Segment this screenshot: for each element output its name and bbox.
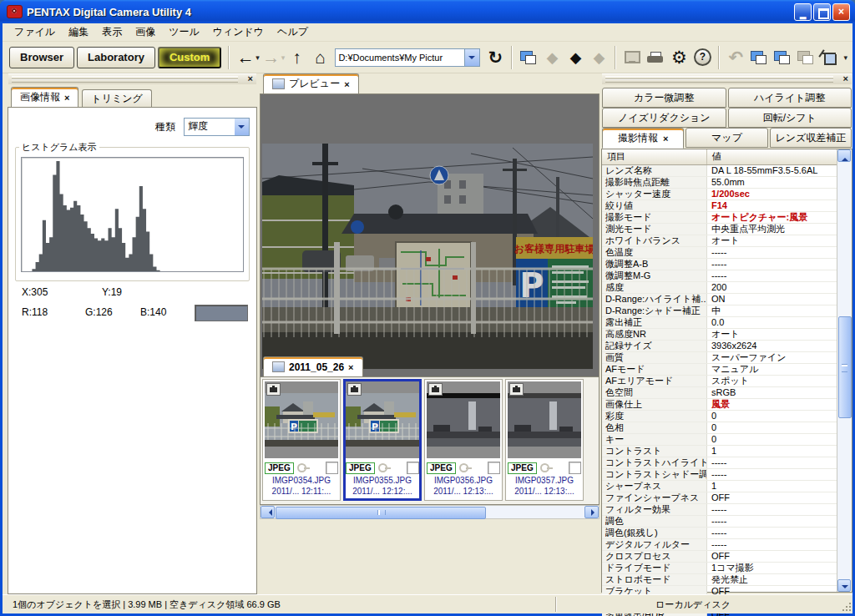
table-row[interactable]: 色温度----- [602, 247, 837, 259]
tab-ハイライト調整[interactable]: ハイライト調整 [728, 88, 852, 108]
back-dropdown-icon[interactable]: ▾ [255, 53, 260, 62]
table-row[interactable]: 撮影モードオートピクチャー:風景 [602, 212, 837, 224]
dual-view-button[interactable] [518, 46, 539, 69]
process-disabled-button[interactable]: ◆ [588, 46, 610, 69]
mode-button-browser[interactable]: Browser [9, 47, 74, 68]
tab-folder[interactable]: 2011_05_26 × [263, 356, 363, 376]
table-row[interactable]: 微調整A-B----- [602, 259, 837, 270]
table-row[interactable]: 色空間sRGB [602, 387, 837, 399]
duplicate-button[interactable] [772, 46, 793, 69]
hscroll-right-button[interactable] [584, 506, 599, 518]
maximize-button[interactable] [813, 3, 831, 21]
menu-item-4[interactable]: 画像 [129, 23, 162, 41]
table-row[interactable]: AFモードマニュアル [602, 364, 837, 376]
table-row[interactable]: 露出補正0.0 [602, 317, 837, 329]
table-row[interactable]: 彩度0 [602, 411, 837, 422]
print-button[interactable] [645, 46, 666, 69]
tab-カラー微調整[interactable]: カラー微調整 [602, 88, 726, 108]
copy-button[interactable] [748, 46, 770, 69]
table-row[interactable]: 感度200 [602, 282, 837, 294]
table-row[interactable]: 微調整M-G----- [602, 270, 837, 282]
right-pane-close-icon[interactable]: × [843, 73, 848, 83]
left-pane-close-icon[interactable]: × [248, 73, 253, 83]
table-row[interactable]: 画像仕上風景 [602, 399, 837, 411]
tab-left-0[interactable]: 画像情報× [11, 87, 78, 107]
table-row[interactable]: ホワイトバランスオート [602, 235, 837, 247]
right-pane-grip[interactable]: × [602, 73, 852, 84]
close-button[interactable]: × [832, 3, 850, 21]
select-checkbox[interactable] [326, 462, 338, 474]
table-row[interactable]: シャープネス1 [602, 481, 837, 492]
table-vscrollbar[interactable] [837, 149, 852, 592]
hscroll-thumb[interactable] [276, 507, 486, 519]
table-row[interactable]: クロスプロセスOFF [602, 551, 837, 563]
tab-マップ[interactable]: マップ [686, 128, 767, 148]
menu-item-2[interactable]: 編集 [62, 23, 95, 41]
table-row[interactable]: 画質スーパーファイン [602, 352, 837, 364]
refresh-button[interactable]: ↻ [484, 46, 506, 69]
table-row[interactable]: 色相0 [602, 422, 837, 434]
forward-button[interactable]: → [261, 46, 282, 69]
table-row[interactable]: レンズ名称DA L 18-55mmF3.5-5.6AL [602, 165, 837, 177]
table-row[interactable]: ファインシャープネスOFF [602, 492, 837, 504]
table-row[interactable]: ドライブモード1コマ撮影 [602, 563, 837, 574]
kind-dropdown-button[interactable] [235, 118, 250, 136]
kind-combobox[interactable]: 輝度 [184, 118, 250, 136]
select-checkbox[interactable] [488, 462, 500, 474]
select-checkbox[interactable] [569, 462, 581, 474]
delete-button[interactable] [818, 46, 840, 69]
table-row[interactable]: キー0 [602, 434, 837, 446]
tab-ノイズリダクション[interactable]: ノイズリダクション [602, 108, 726, 128]
minimize-button[interactable]: ▂ [794, 3, 812, 21]
back-button[interactable]: ← [235, 46, 256, 69]
monitor-button[interactable] [621, 46, 643, 69]
hscroll-left-button[interactable] [261, 506, 275, 518]
home-button[interactable]: ⌂ [309, 46, 331, 69]
table-row[interactable]: 調色----- [602, 516, 837, 528]
tab-left-1[interactable]: トリミング [82, 89, 151, 107]
tab-preview[interactable]: プレビュー × [263, 73, 359, 93]
thumbnail-IMGP0355.JPG[interactable]: PJPEGIMGP0355.JPG2011/... 12:12:... [343, 379, 422, 501]
filmstrip-hscrollbar[interactable] [260, 505, 600, 519]
table-row[interactable]: 記録サイズ3936x2624 [602, 341, 837, 352]
table-row[interactable]: 測光モード中央重点平均測光 [602, 224, 837, 235]
up-button[interactable]: ↑ [286, 46, 307, 69]
transfer-button[interactable]: ◆ [564, 46, 586, 69]
paste-disabled-button[interactable] [795, 46, 817, 69]
menu-item-7[interactable]: ヘルプ [271, 23, 315, 41]
table-row[interactable]: AFエリアモードスポット [602, 376, 837, 387]
resize-grip[interactable] [841, 601, 852, 612]
table-row[interactable]: D-Range:シャドー補正中 [602, 305, 837, 317]
tab-撮影情報[interactable]: 撮影情報× [602, 128, 684, 149]
table-row[interactable]: コントラストハイライト調...----- [602, 457, 837, 469]
tab-close-icon[interactable]: × [663, 134, 668, 144]
table-row[interactable]: デジタルフィルター----- [602, 539, 837, 551]
tab-close-icon[interactable]: × [64, 93, 69, 103]
menu-item-6[interactable]: ウィンドウ [206, 23, 271, 41]
table-row[interactable]: 絞り値F14 [602, 200, 837, 212]
undo-button[interactable]: ↶ [725, 46, 746, 69]
table-row[interactable]: 調色(銀残し)----- [602, 528, 837, 539]
thumbnail-IMGP0357.JPG[interactable]: JPEGIMGP0357.JPG2011/... 12:13:... [505, 379, 584, 501]
help-button[interactable]: ? [691, 46, 713, 69]
path-input[interactable] [335, 48, 465, 67]
table-row[interactable]: 撮影時焦点距離55.0mm [602, 177, 837, 189]
select-checkbox[interactable] [407, 462, 419, 474]
table-row[interactable]: コントラスト1 [602, 446, 837, 457]
table-row[interactable]: D-Range:ハイライト補...ON [602, 294, 837, 305]
table-row[interactable]: コントラストシャドー調整----- [602, 469, 837, 481]
mode-button-laboratory[interactable]: Laboratory [77, 47, 155, 68]
tab-レンズ収差補正[interactable]: レンズ収差補正 [770, 128, 852, 148]
tab-回転/シフト[interactable]: 回転/シフト [728, 108, 852, 128]
preview-tab-close-icon[interactable]: × [344, 79, 349, 89]
vscroll-up-button[interactable] [837, 149, 851, 162]
menu-item-1[interactable]: ファイル [8, 23, 62, 41]
menu-item-5[interactable]: ツール [162, 23, 206, 41]
left-pane-grip[interactable]: × [8, 73, 256, 84]
vscroll-thumb[interactable] [838, 316, 852, 418]
table-row[interactable]: 高感度NRオート [602, 329, 837, 341]
table-row[interactable]: シャッター速度1/200sec [602, 189, 837, 200]
path-combobox[interactable] [335, 48, 480, 67]
vscroll-down-button[interactable] [837, 579, 851, 592]
folder-tab-close-icon[interactable]: × [348, 362, 353, 372]
